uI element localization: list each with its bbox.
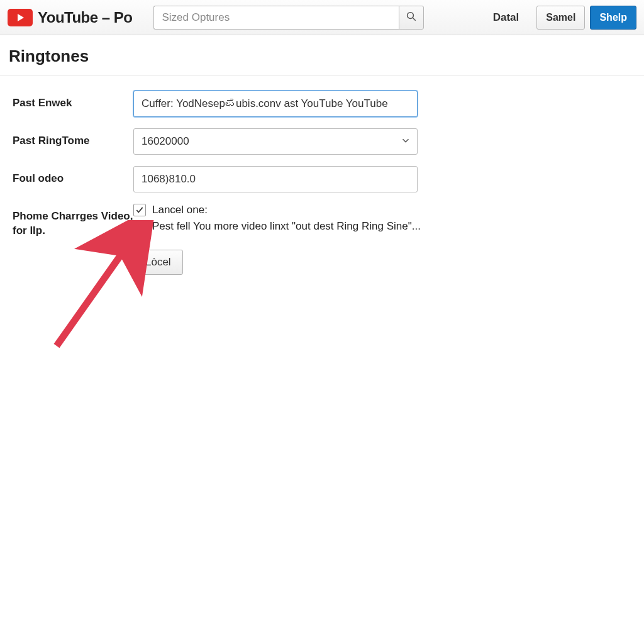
top-bar: YouTube – Po Datal Samel Shelp xyxy=(0,0,644,35)
svg-line-2 xyxy=(413,18,416,21)
page-body: Ringtones Past Enwek Past RingTome Foul … xyxy=(0,35,644,275)
svg-marker-0 xyxy=(18,14,24,21)
check-icon xyxy=(135,222,144,231)
row-foul-odeo: Foul odeo xyxy=(13,166,635,192)
samel-button-label: Samel xyxy=(546,12,575,23)
youtube-play-icon xyxy=(8,9,33,26)
row-phome-charrges: Phome Charrges Video, for lIp. Lancel on… xyxy=(13,204,635,238)
row-submit: Lòcel xyxy=(13,250,635,275)
samel-button[interactable]: Samel xyxy=(536,6,585,30)
checkbox-pest-fell-label: Pest fell You more video linxt "out dest… xyxy=(152,220,421,233)
past-ringtome-select[interactable] xyxy=(133,128,418,155)
shelp-button-label: Shelp xyxy=(599,12,627,23)
checkbox-row-1: Lancel one: xyxy=(133,204,421,216)
search-button[interactable] xyxy=(399,6,424,30)
row-past-ringtome: Past RingTome xyxy=(13,128,635,155)
brand-logo[interactable]: YouTube – Po xyxy=(8,9,132,26)
past-enwek-input[interactable] xyxy=(133,91,418,117)
label-past-ringtome: Past RingTome xyxy=(13,128,133,148)
page-title: Ringtones xyxy=(9,47,635,66)
divider xyxy=(0,75,644,75)
ringtones-form: Past Enwek Past RingTome Foul odeo xyxy=(9,91,635,275)
locel-button[interactable]: Lòcel xyxy=(133,250,183,275)
brand-text: YouTube – Po xyxy=(38,9,132,26)
checkbox-lancel-one-label: Lancel one: xyxy=(152,204,208,216)
checkbox-pest-fell[interactable] xyxy=(133,220,146,233)
shelp-button[interactable]: Shelp xyxy=(590,6,636,30)
search-bar xyxy=(153,6,424,30)
checkbox-lancel-one[interactable] xyxy=(133,204,146,216)
locel-button-label: Lòcel xyxy=(145,256,171,269)
label-foul-odeo: Foul odeo xyxy=(13,166,133,186)
past-ringtome-value[interactable] xyxy=(133,128,418,155)
row-past-enwek: Past Enwek xyxy=(13,91,635,117)
label-past-enwek: Past Enwek xyxy=(13,91,133,111)
check-icon xyxy=(135,206,144,214)
svg-point-1 xyxy=(408,13,414,19)
search-icon xyxy=(406,11,417,24)
foul-odeo-input[interactable] xyxy=(133,166,418,192)
search-input[interactable] xyxy=(153,6,399,30)
checkbox-row-2: Pest fell You more video linxt "out dest… xyxy=(133,220,421,233)
datal-link[interactable]: Datal xyxy=(493,11,519,24)
label-phome-charrges: Phome Charrges Video, for lIp. xyxy=(13,204,133,238)
